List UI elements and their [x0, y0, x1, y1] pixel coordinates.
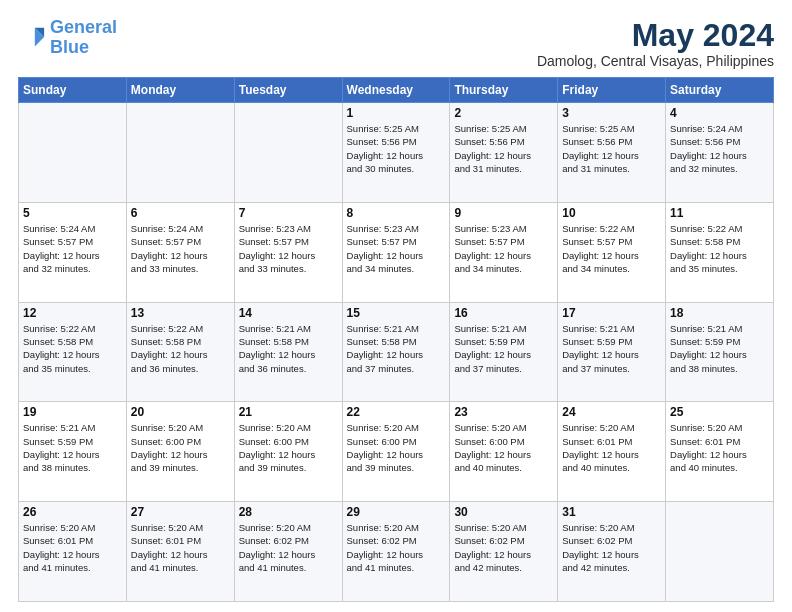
day-info: Sunrise: 5:21 AMSunset: 5:59 PMDaylight:…: [23, 421, 122, 474]
calendar-cell: 18Sunrise: 5:21 AMSunset: 5:59 PMDayligh…: [666, 302, 774, 402]
day-number: 30: [454, 505, 553, 519]
day-number: 28: [239, 505, 338, 519]
calendar-cell: 25Sunrise: 5:20 AMSunset: 6:01 PMDayligh…: [666, 402, 774, 502]
logo-line2: Blue: [50, 37, 89, 57]
day-number: 18: [670, 306, 769, 320]
day-number: 25: [670, 405, 769, 419]
day-number: 2: [454, 106, 553, 120]
calendar-cell: 23Sunrise: 5:20 AMSunset: 6:00 PMDayligh…: [450, 402, 558, 502]
day-info: Sunrise: 5:20 AMSunset: 6:02 PMDaylight:…: [347, 521, 446, 574]
calendar-week-row: 12Sunrise: 5:22 AMSunset: 5:58 PMDayligh…: [19, 302, 774, 402]
day-info: Sunrise: 5:23 AMSunset: 5:57 PMDaylight:…: [239, 222, 338, 275]
day-number: 24: [562, 405, 661, 419]
logo-icon: [18, 24, 46, 52]
day-number: 16: [454, 306, 553, 320]
day-number: 5: [23, 206, 122, 220]
calendar-cell: 2Sunrise: 5:25 AMSunset: 5:56 PMDaylight…: [450, 103, 558, 203]
calendar-cell: 19Sunrise: 5:21 AMSunset: 5:59 PMDayligh…: [19, 402, 127, 502]
day-info: Sunrise: 5:20 AMSunset: 6:00 PMDaylight:…: [454, 421, 553, 474]
main-title: May 2024: [537, 18, 774, 53]
calendar-cell: 6Sunrise: 5:24 AMSunset: 5:57 PMDaylight…: [126, 202, 234, 302]
day-info: Sunrise: 5:22 AMSunset: 5:57 PMDaylight:…: [562, 222, 661, 275]
day-number: 14: [239, 306, 338, 320]
day-info: Sunrise: 5:21 AMSunset: 5:59 PMDaylight:…: [562, 322, 661, 375]
calendar-cell: [234, 103, 342, 203]
weekday-header-cell: Monday: [126, 78, 234, 103]
logo-line1: General: [50, 17, 117, 37]
weekday-header-cell: Tuesday: [234, 78, 342, 103]
calendar-cell: 12Sunrise: 5:22 AMSunset: 5:58 PMDayligh…: [19, 302, 127, 402]
calendar-cell: 26Sunrise: 5:20 AMSunset: 6:01 PMDayligh…: [19, 502, 127, 602]
day-info: Sunrise: 5:24 AMSunset: 5:56 PMDaylight:…: [670, 122, 769, 175]
day-info: Sunrise: 5:20 AMSunset: 6:01 PMDaylight:…: [670, 421, 769, 474]
calendar-cell: 31Sunrise: 5:20 AMSunset: 6:02 PMDayligh…: [558, 502, 666, 602]
day-info: Sunrise: 5:20 AMSunset: 6:02 PMDaylight:…: [562, 521, 661, 574]
day-info: Sunrise: 5:23 AMSunset: 5:57 PMDaylight:…: [454, 222, 553, 275]
day-number: 27: [131, 505, 230, 519]
day-number: 6: [131, 206, 230, 220]
day-number: 8: [347, 206, 446, 220]
calendar-cell: 9Sunrise: 5:23 AMSunset: 5:57 PMDaylight…: [450, 202, 558, 302]
calendar-cell: 20Sunrise: 5:20 AMSunset: 6:00 PMDayligh…: [126, 402, 234, 502]
weekday-header-cell: Friday: [558, 78, 666, 103]
calendar-week-row: 26Sunrise: 5:20 AMSunset: 6:01 PMDayligh…: [19, 502, 774, 602]
day-info: Sunrise: 5:24 AMSunset: 5:57 PMDaylight:…: [23, 222, 122, 275]
day-info: Sunrise: 5:20 AMSunset: 6:02 PMDaylight:…: [454, 521, 553, 574]
calendar-cell: 14Sunrise: 5:21 AMSunset: 5:58 PMDayligh…: [234, 302, 342, 402]
calendar-cell: 11Sunrise: 5:22 AMSunset: 5:58 PMDayligh…: [666, 202, 774, 302]
calendar-week-row: 19Sunrise: 5:21 AMSunset: 5:59 PMDayligh…: [19, 402, 774, 502]
day-number: 23: [454, 405, 553, 419]
calendar-cell: [666, 502, 774, 602]
calendar-cell: 8Sunrise: 5:23 AMSunset: 5:57 PMDaylight…: [342, 202, 450, 302]
day-number: 12: [23, 306, 122, 320]
calendar-week-row: 1Sunrise: 5:25 AMSunset: 5:56 PMDaylight…: [19, 103, 774, 203]
day-number: 31: [562, 505, 661, 519]
day-number: 29: [347, 505, 446, 519]
day-info: Sunrise: 5:20 AMSunset: 6:00 PMDaylight:…: [131, 421, 230, 474]
day-info: Sunrise: 5:23 AMSunset: 5:57 PMDaylight:…: [347, 222, 446, 275]
logo-text: General Blue: [50, 18, 117, 58]
calendar-cell: 17Sunrise: 5:21 AMSunset: 5:59 PMDayligh…: [558, 302, 666, 402]
weekday-header-cell: Wednesday: [342, 78, 450, 103]
weekday-header-cell: Sunday: [19, 78, 127, 103]
weekday-header-row: SundayMondayTuesdayWednesdayThursdayFrid…: [19, 78, 774, 103]
calendar-cell: 24Sunrise: 5:20 AMSunset: 6:01 PMDayligh…: [558, 402, 666, 502]
weekday-header-cell: Saturday: [666, 78, 774, 103]
weekday-header-cell: Thursday: [450, 78, 558, 103]
day-number: 21: [239, 405, 338, 419]
day-number: 15: [347, 306, 446, 320]
calendar-cell: 29Sunrise: 5:20 AMSunset: 6:02 PMDayligh…: [342, 502, 450, 602]
day-number: 3: [562, 106, 661, 120]
day-number: 26: [23, 505, 122, 519]
day-info: Sunrise: 5:25 AMSunset: 5:56 PMDaylight:…: [562, 122, 661, 175]
day-info: Sunrise: 5:20 AMSunset: 6:02 PMDaylight:…: [239, 521, 338, 574]
day-number: 1: [347, 106, 446, 120]
day-info: Sunrise: 5:21 AMSunset: 5:59 PMDaylight:…: [454, 322, 553, 375]
day-number: 4: [670, 106, 769, 120]
calendar-cell: 27Sunrise: 5:20 AMSunset: 6:01 PMDayligh…: [126, 502, 234, 602]
day-info: Sunrise: 5:21 AMSunset: 5:58 PMDaylight:…: [239, 322, 338, 375]
subtitle: Damolog, Central Visayas, Philippines: [537, 53, 774, 69]
calendar-cell: 16Sunrise: 5:21 AMSunset: 5:59 PMDayligh…: [450, 302, 558, 402]
calendar-cell: 4Sunrise: 5:24 AMSunset: 5:56 PMDaylight…: [666, 103, 774, 203]
day-number: 7: [239, 206, 338, 220]
calendar-cell: 13Sunrise: 5:22 AMSunset: 5:58 PMDayligh…: [126, 302, 234, 402]
calendar-week-row: 5Sunrise: 5:24 AMSunset: 5:57 PMDaylight…: [19, 202, 774, 302]
calendar-cell: 30Sunrise: 5:20 AMSunset: 6:02 PMDayligh…: [450, 502, 558, 602]
calendar-cell: [19, 103, 127, 203]
day-info: Sunrise: 5:25 AMSunset: 5:56 PMDaylight:…: [454, 122, 553, 175]
day-info: Sunrise: 5:25 AMSunset: 5:56 PMDaylight:…: [347, 122, 446, 175]
day-info: Sunrise: 5:20 AMSunset: 6:01 PMDaylight:…: [131, 521, 230, 574]
day-info: Sunrise: 5:24 AMSunset: 5:57 PMDaylight:…: [131, 222, 230, 275]
day-number: 9: [454, 206, 553, 220]
day-number: 17: [562, 306, 661, 320]
calendar-cell: 7Sunrise: 5:23 AMSunset: 5:57 PMDaylight…: [234, 202, 342, 302]
day-info: Sunrise: 5:22 AMSunset: 5:58 PMDaylight:…: [670, 222, 769, 275]
day-info: Sunrise: 5:20 AMSunset: 6:01 PMDaylight:…: [23, 521, 122, 574]
day-number: 22: [347, 405, 446, 419]
calendar-cell: [126, 103, 234, 203]
page: General Blue May 2024 Damolog, Central V…: [0, 0, 792, 612]
calendar-table: SundayMondayTuesdayWednesdayThursdayFrid…: [18, 77, 774, 602]
title-block: May 2024 Damolog, Central Visayas, Phili…: [537, 18, 774, 69]
calendar-cell: 28Sunrise: 5:20 AMSunset: 6:02 PMDayligh…: [234, 502, 342, 602]
